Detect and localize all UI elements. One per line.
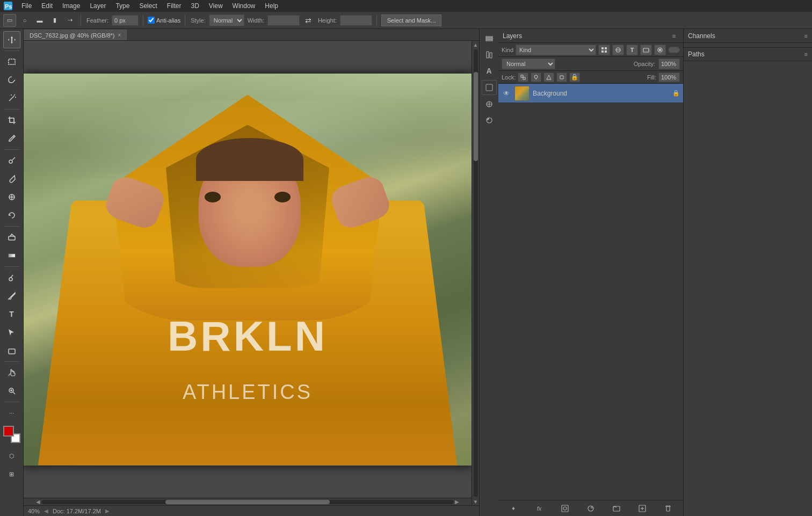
- tool-history-brush[interactable]: [3, 207, 20, 224]
- swap-dimensions-btn[interactable]: ⇄: [302, 14, 315, 27]
- tool-brush[interactable]: [3, 170, 20, 187]
- channels-panel: Channels ≡ Paths ≡: [683, 29, 812, 516]
- menu-edit[interactable]: Edit: [37, 1, 57, 11]
- tool-eyedropper[interactable]: [3, 130, 20, 147]
- width-input[interactable]: [267, 15, 300, 26]
- scroll-down-btn[interactable]: ▼: [473, 498, 479, 505]
- filter-type-btn[interactable]: T: [626, 45, 638, 55]
- lock-paint-btn[interactable]: [531, 72, 541, 82]
- tool-marquee-rect[interactable]: [3, 53, 20, 70]
- filter-smart-btn[interactable]: [654, 45, 666, 55]
- scroll-right-btn[interactable]: ▶: [453, 499, 461, 505]
- h-scrollbar-track[interactable]: [42, 500, 453, 504]
- tool-crop[interactable]: [3, 112, 20, 129]
- menu-type[interactable]: Type: [111, 1, 134, 11]
- status-nav-prev[interactable]: ◀: [44, 508, 48, 514]
- svg-rect-18: [9, 349, 15, 354]
- foreground-color[interactable]: [3, 426, 14, 437]
- layers-group-btn[interactable]: [610, 502, 623, 515]
- opacity-input[interactable]: [658, 59, 680, 69]
- doc-info: Doc: 17.2M/17.2M: [53, 508, 101, 514]
- menu-image[interactable]: Image: [58, 1, 84, 11]
- mini-tool-libraries[interactable]: [482, 47, 497, 62]
- menu-select[interactable]: Select: [135, 1, 161, 11]
- mini-tool-circle[interactable]: [482, 113, 497, 128]
- filter-pixel-btn[interactable]: [598, 45, 610, 55]
- mini-tool-adjustments[interactable]: [482, 97, 497, 112]
- antialias-checkbox-label[interactable]: Anti-alias: [148, 17, 180, 24]
- status-nav-next[interactable]: ▶: [105, 508, 110, 514]
- tool-lasso[interactable]: [3, 71, 20, 89]
- tool-clone[interactable]: [3, 188, 20, 206]
- v-scrollbar-thumb[interactable]: [474, 72, 478, 162]
- layers-adjustment-btn[interactable]: [584, 502, 597, 515]
- svg-point-10: [9, 160, 12, 163]
- filter-adjust-btn[interactable]: [612, 45, 624, 55]
- menu-filter[interactable]: Filter: [163, 1, 186, 11]
- toolbar-ellipse-btn[interactable]: ○: [18, 14, 31, 27]
- options-bar: ▭ ○ ▬ ▮ ⇢ Feather: Anti-alias Style: Nor…: [0, 12, 812, 29]
- layers-new-btn[interactable]: [636, 502, 649, 515]
- screen-mode-btn[interactable]: ⊞: [3, 466, 20, 483]
- tool-more[interactable]: ···: [3, 404, 20, 421]
- tool-move[interactable]: [3, 31, 20, 48]
- tool-dodge[interactable]: [3, 269, 20, 286]
- mini-tool-learn[interactable]: A: [482, 63, 497, 78]
- toolbar-rectangle-btn[interactable]: ▭: [3, 14, 16, 27]
- tool-zoom[interactable]: [3, 382, 20, 399]
- menu-file[interactable]: File: [17, 1, 36, 11]
- paths-panel-menu[interactable]: ≡: [804, 51, 808, 57]
- layers-panel-menu-btn[interactable]: ≡: [669, 31, 679, 41]
- toolbar-lasso-btn[interactable]: ⇢: [63, 14, 76, 27]
- blend-mode-dropdown[interactable]: Normal: [502, 59, 555, 69]
- lock-position-btn[interactable]: [543, 72, 554, 82]
- svg-rect-25: [486, 40, 492, 41]
- filter-kind-dropdown[interactable]: Kind: [516, 45, 596, 55]
- tool-path-select[interactable]: [3, 324, 20, 341]
- lock-all-btn[interactable]: 🔒: [569, 72, 580, 82]
- mini-tool-char-styles[interactable]: [482, 80, 497, 95]
- lock-artboard-btn[interactable]: [556, 72, 567, 82]
- canvas-scrollbar-v: ▲ ▼: [472, 41, 479, 505]
- lock-pixels-btn[interactable]: [518, 72, 528, 82]
- tool-pen[interactable]: [3, 287, 20, 304]
- layers-fx-btn[interactable]: fx: [533, 502, 546, 515]
- scroll-left-btn[interactable]: ◀: [34, 499, 42, 505]
- filter-toggle[interactable]: [668, 47, 680, 53]
- tool-magic-wand[interactable]: [3, 90, 20, 107]
- menu-3d[interactable]: 3D: [186, 1, 203, 11]
- toolbar-single-col-btn[interactable]: ▮: [48, 14, 61, 27]
- select-mask-button[interactable]: Select and Mask...: [381, 14, 442, 26]
- menu-window[interactable]: Window: [228, 1, 260, 11]
- layer-item[interactable]: 👁 Background 🔒: [498, 84, 683, 103]
- height-input[interactable]: [340, 15, 372, 26]
- canvas-viewport[interactable]: BRKLN ATHLETICS: [24, 41, 472, 498]
- feather-input[interactable]: [112, 15, 139, 26]
- layer-visibility-toggle[interactable]: 👁: [502, 89, 511, 98]
- quick-mask-btn[interactable]: ⬡: [3, 447, 20, 464]
- tool-spot-heal[interactable]: [3, 152, 20, 169]
- layers-delete-btn[interactable]: [662, 502, 675, 515]
- style-dropdown[interactable]: Normal: [209, 14, 244, 26]
- layers-mask-btn[interactable]: [559, 502, 571, 515]
- tool-gradient[interactable]: [3, 247, 20, 264]
- mini-tool-properties[interactable]: [482, 31, 497, 46]
- filter-shape-btn[interactable]: [640, 45, 652, 55]
- toolbar-single-row-btn[interactable]: ▬: [33, 14, 46, 27]
- v-scrollbar-track[interactable]: [474, 49, 478, 497]
- scroll-up-btn[interactable]: ▲: [473, 41, 479, 48]
- layers-link-btn[interactable]: [507, 502, 520, 515]
- menu-view[interactable]: View: [205, 1, 227, 11]
- menu-layer[interactable]: Layer: [85, 1, 110, 11]
- fill-input[interactable]: [658, 72, 680, 82]
- channels-panel-menu[interactable]: ≡: [804, 33, 808, 39]
- document-tab[interactable]: DSC_7632.jpg @ 40% (RGB/8*) ×: [24, 30, 127, 40]
- tool-shape[interactable]: [3, 342, 20, 359]
- h-scrollbar-thumb[interactable]: [165, 500, 330, 504]
- antialias-checkbox[interactable]: [148, 17, 155, 24]
- tool-hand[interactable]: [3, 364, 20, 381]
- menu-help[interactable]: Help: [260, 1, 282, 11]
- tool-eraser[interactable]: [3, 229, 20, 246]
- tab-close-btn[interactable]: ×: [118, 32, 121, 38]
- tool-type[interactable]: T: [3, 306, 20, 323]
